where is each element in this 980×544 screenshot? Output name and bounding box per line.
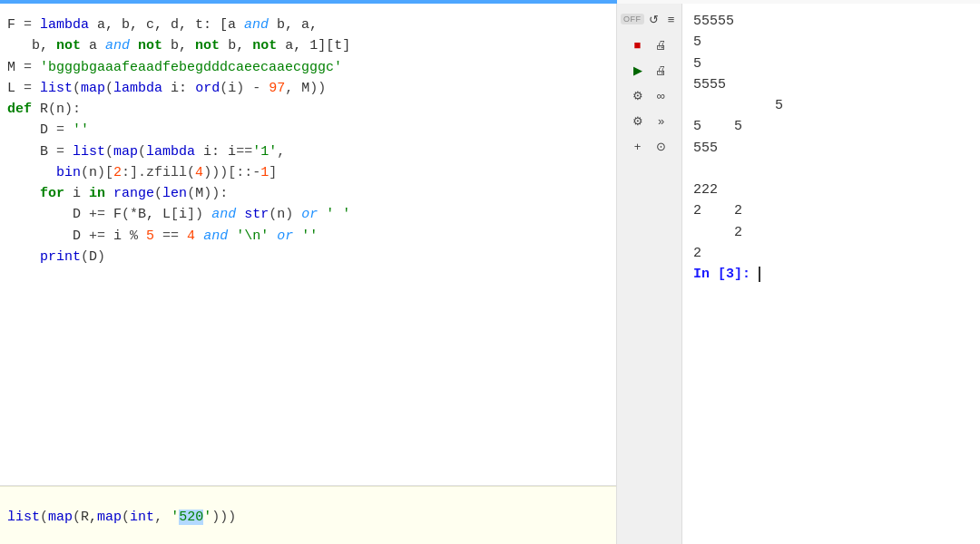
restart-icon[interactable]: ↺ <box>648 9 662 29</box>
out-line-11: 2 <box>693 243 969 264</box>
code-line-10: D += F(*B, L[i]) and str(n) or ' ' <box>7 204 609 225</box>
out-line-blank <box>693 159 969 180</box>
out-line-5: 5 <box>693 95 969 116</box>
stop-icon[interactable]: ■ <box>628 34 648 54</box>
clock-icon[interactable]: ⊙ <box>652 136 671 156</box>
code-line-6: D = '' <box>7 120 609 141</box>
out-line-6: 5 5 <box>693 116 969 137</box>
code-line-9: for i in range(len(M)): <box>7 183 609 204</box>
out-line-9: 2 2 <box>693 200 969 221</box>
settings-icon[interactable]: ⚙ <box>628 111 648 131</box>
code-line-3: M = 'bgggbgaaafeaadfebegdddcaeecaaecgggc… <box>7 57 609 78</box>
run-icon[interactable]: ▶ <box>628 60 648 80</box>
code-line-7: B = list(map(lambda i: i=='1', <box>7 141 609 162</box>
debug-icon[interactable]: ⚙ <box>628 85 648 105</box>
bottom-code: list(map(R,map(int, '520'))) <box>7 510 236 525</box>
add-icon[interactable]: + <box>628 136 648 156</box>
code-line-11: D += i % 5 == 4 and '\n' or '' <box>7 226 609 247</box>
code-line-12: print(D) <box>7 247 609 267</box>
out-line-10: 2 <box>693 222 969 243</box>
forward-icon[interactable]: » <box>652 111 671 131</box>
out-line-3: 5 <box>693 53 969 74</box>
output-panel: 55555 5 5 5555 5 5 5 555 222 2 2 2 2 In … <box>682 4 980 544</box>
code-line-blank <box>7 267 609 288</box>
code-line-1: F = lambda a, b, c, d, t: [a and b, a, <box>7 15 609 35</box>
out-line-8: 222 <box>693 180 969 200</box>
list-icon[interactable]: ≡ <box>664 9 678 29</box>
code-line-2: b, not a and not b, not b, not a, 1][t] <box>7 35 609 56</box>
toolbar: OFF ↺ ≡ ■ 🖨 ▶ 🖨 ⚙ ∞ ⚙ » + ⊙ <box>617 4 682 544</box>
code-line-5: def R(n): <box>7 99 609 120</box>
code-line-4: L = list(map(lambda i: ord(i) - 97, M)) <box>7 78 609 99</box>
out-prompt: In [3]: <box>693 264 969 285</box>
out-line-4: 5555 <box>693 74 969 95</box>
printer2-icon[interactable]: 🖨 <box>652 60 671 80</box>
print-icon[interactable]: 🖨 <box>652 34 671 54</box>
bottom-cell[interactable]: list(map(R,map(int, '520'))) <box>0 486 616 544</box>
out-line-1: 55555 <box>693 11 969 32</box>
out-line-2: 5 <box>693 32 969 53</box>
off-toggle[interactable]: OFF <box>621 14 644 24</box>
infinity-icon[interactable]: ∞ <box>652 85 671 105</box>
code-line-8: bin(n)[2:].zfill(4)))[::-1] <box>7 162 609 183</box>
out-line-7: 555 <box>693 138 969 159</box>
